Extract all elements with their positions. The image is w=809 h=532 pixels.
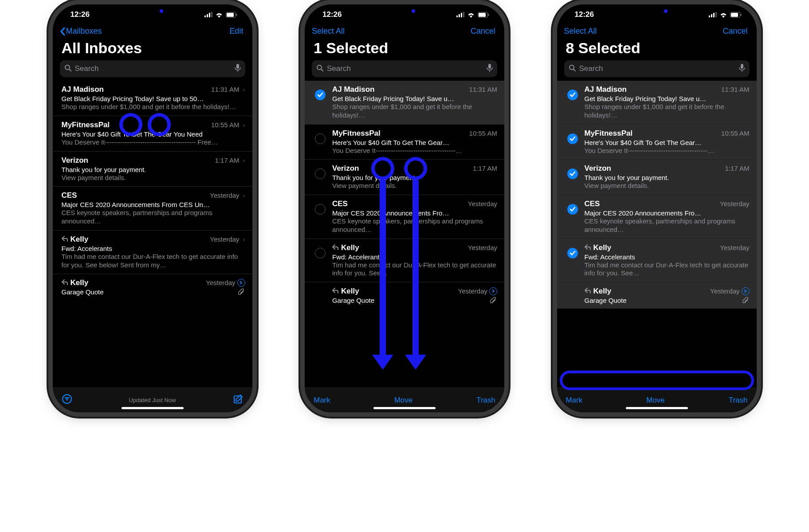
subject: Garage Quote — [62, 288, 245, 296]
mic-icon[interactable] — [235, 64, 241, 74]
chevron-right-icon: › — [243, 192, 245, 199]
email-row[interactable]: CESYesterday› Major CES 2020 Announcemen… — [53, 187, 252, 231]
email-time: Yesterday — [710, 287, 739, 295]
email-time: 1:17 AM — [725, 164, 749, 172]
home-indicator[interactable] — [373, 407, 436, 409]
trash-button[interactable]: Trash — [476, 396, 495, 405]
email-row[interactable]: Verizon1:17 AM Thank you for your paymen… — [305, 160, 504, 195]
sender: CES — [62, 191, 77, 200]
select-all-button[interactable]: Select All — [312, 27, 345, 36]
trash-button[interactable]: Trash — [729, 396, 748, 405]
email-list[interactable]: AJ Madison11:31 AM Get Black Friday Pric… — [557, 81, 757, 387]
email-row[interactable]: AJ Madison11:31 AM Get Black Friday Pric… — [305, 81, 504, 125]
snippet: Shop ranges under $1,000 and get it befo… — [62, 103, 245, 111]
svg-rect-1 — [207, 14, 208, 17]
search-field[interactable]: Search — [60, 60, 245, 77]
svg-line-23 — [321, 69, 323, 71]
checkbox-empty-icon[interactable] — [315, 168, 326, 179]
checkbox-checked-icon[interactable] — [567, 204, 578, 215]
home-indicator[interactable] — [122, 407, 184, 409]
toolbar-status: Updated Just Now — [53, 397, 252, 403]
home-indicator[interactable] — [626, 407, 688, 409]
email-list[interactable]: AJ Madison11:31 AM Get Black Friday Pric… — [305, 81, 504, 387]
reply-icon — [332, 287, 338, 296]
select-all-button[interactable]: Select All — [564, 27, 597, 36]
back-label: Mailboxes — [66, 27, 102, 36]
mark-button[interactable]: Mark — [566, 396, 583, 405]
email-row[interactable]: MyFitnessPal10:55 AM Here's Your $40 Gif… — [305, 125, 504, 160]
edit-button[interactable]: Edit — [229, 27, 243, 36]
svg-rect-9 — [236, 64, 239, 69]
cancel-button[interactable]: Cancel — [723, 27, 747, 36]
email-list[interactable]: AJ Madison11:31 AM› Get Black Friday Pri… — [53, 81, 252, 387]
email-row[interactable]: KellyYesterday Fwd: Accelerants Tim had … — [557, 239, 757, 283]
email-row[interactable]: KellyYesterday Fwd: Accelerants Tim had … — [305, 239, 504, 283]
snippet: CES keynote speakers, partnerships and p… — [62, 209, 245, 226]
svg-rect-3 — [211, 12, 212, 17]
phone-1: 12:26 Mailboxes Edit All Inboxes Search — [53, 4, 252, 412]
sender: Kelly — [62, 235, 89, 244]
email-row[interactable]: MyFitnessPal10:55 AM› Here's Your $40 Gi… — [53, 116, 252, 152]
paperclip-icon — [238, 289, 244, 297]
subject: Major CES 2020 Announcements Fro… — [585, 209, 750, 217]
search-field[interactable]: Search — [564, 60, 750, 77]
email-time: Yesterday — [210, 235, 239, 243]
email-row[interactable]: AJ Madison11:31 AM Get Black Friday Pric… — [557, 81, 757, 125]
checkbox-checked-icon[interactable] — [567, 248, 578, 258]
mic-icon[interactable] — [487, 64, 493, 74]
svg-rect-30 — [731, 13, 738, 17]
email-row[interactable]: KellyYesterday Garage Quote — [53, 274, 252, 300]
move-button[interactable]: Move — [646, 396, 665, 405]
chevron-right-icon: › — [243, 121, 245, 129]
email-row[interactable]: AJ Madison11:31 AM› Get Black Friday Pri… — [53, 81, 252, 116]
search-placeholder: Search — [579, 64, 603, 73]
svg-line-8 — [69, 69, 71, 71]
checkbox-checked-icon[interactable] — [567, 168, 578, 179]
battery-icon — [478, 12, 489, 18]
svg-rect-2 — [209, 13, 210, 17]
snippet: View payment details. — [62, 174, 245, 182]
wifi-icon — [719, 12, 727, 18]
svg-rect-20 — [479, 13, 486, 17]
snippet: Tim had me contact our Dur-A-Flex tech t… — [585, 261, 750, 278]
search-placeholder: Search — [75, 64, 99, 73]
mic-icon[interactable] — [739, 64, 745, 74]
checkbox-empty-icon[interactable] — [315, 248, 326, 258]
phone-2: 12:26 Select All Cancel 1 Selected Searc… — [305, 4, 504, 412]
subject: Thank you for your payment. — [62, 166, 245, 173]
status-time: 12:26 — [575, 10, 594, 19]
email-row[interactable]: KellyYesterday Garage Quote — [305, 282, 504, 309]
checkbox-checked-icon[interactable] — [567, 90, 578, 100]
move-button[interactable]: Move — [394, 396, 413, 405]
search-field[interactable]: Search — [312, 60, 497, 77]
email-row[interactable]: KellyYesterday› Fwd: Accelerants Tim had… — [53, 231, 252, 274]
sender: Verizon — [332, 164, 359, 173]
email-row[interactable]: MyFitnessPal10:55 AM Here's Your $40 Gif… — [557, 125, 757, 160]
sender: Kelly — [332, 243, 359, 252]
email-row[interactable]: CESYesterday Major CES 2020 Announcement… — [557, 195, 757, 239]
checkbox-empty-icon[interactable] — [315, 204, 326, 215]
wifi-icon — [215, 12, 223, 18]
subject: Here's Your $40 Gift To Get The Gear You… — [62, 130, 245, 138]
mark-button[interactable]: Mark — [314, 396, 330, 405]
sender: AJ Madison — [332, 85, 374, 94]
email-row[interactable]: KellyYesterday Garage Quote — [557, 282, 757, 309]
reply-icon — [585, 287, 591, 296]
snippet: CES keynote speakers, partnerships and p… — [585, 217, 750, 234]
email-time: 11:31 AM — [721, 86, 749, 93]
cellular-icon — [456, 12, 464, 17]
svg-rect-15 — [456, 16, 458, 17]
reply-icon — [62, 235, 68, 244]
email-row[interactable]: CESYesterday Major CES 2020 Announcement… — [305, 195, 504, 239]
sender: Verizon — [62, 156, 88, 165]
email-row[interactable]: Verizon1:17 AM Thank you for your paymen… — [557, 160, 757, 195]
email-row[interactable]: Verizon1:17 AM› Thank you for your payme… — [53, 152, 252, 187]
checkbox-checked-icon[interactable] — [315, 90, 326, 100]
email-time: 1:17 AM — [215, 156, 239, 164]
cancel-button[interactable]: Cancel — [471, 27, 495, 36]
back-button[interactable]: Mailboxes — [60, 27, 102, 36]
email-time: Yesterday — [468, 244, 497, 251]
checkbox-checked-icon[interactable] — [567, 133, 578, 144]
reply-icon — [332, 243, 338, 252]
checkbox-empty-icon[interactable] — [315, 133, 326, 144]
